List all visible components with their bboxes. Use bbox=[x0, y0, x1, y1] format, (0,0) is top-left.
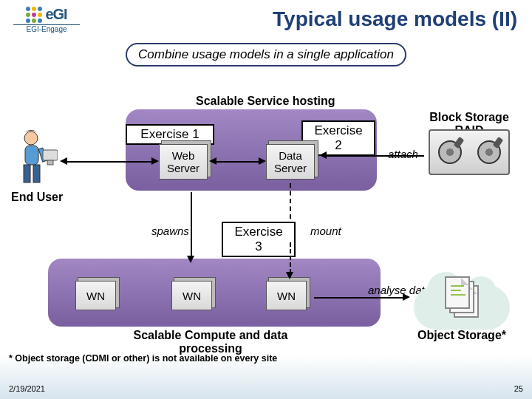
edge-mount-lower bbox=[290, 242, 291, 273]
edge-user-web bbox=[65, 161, 154, 163]
arrow-icon bbox=[319, 151, 327, 159]
svg-point-0 bbox=[24, 132, 38, 145]
disk-icon bbox=[477, 140, 501, 164]
arrow-icon bbox=[187, 256, 194, 263]
slide-date: 2/19/2021 bbox=[9, 384, 45, 393]
edge-label-spawns: spawns bbox=[151, 225, 189, 237]
arrow-icon bbox=[286, 272, 293, 279]
edge-spawns bbox=[191, 192, 192, 257]
arrow-icon bbox=[259, 157, 266, 165]
edge-label-mount: mount bbox=[310, 225, 341, 237]
arrow-icon bbox=[209, 157, 216, 165]
label-scalable-compute: Scalable Compute and data processing bbox=[107, 329, 314, 355]
edge-attach bbox=[325, 155, 424, 157]
data-server-node: Data Server bbox=[266, 144, 315, 180]
worker-node-3: WN bbox=[266, 281, 307, 310]
edge-label-attach: attach bbox=[388, 148, 418, 160]
page-title: Typical usage models (II) bbox=[96, 7, 517, 31]
label-scalable-hosting: Scalable Service hosting bbox=[196, 95, 335, 108]
exercise-3-tag: Exercise 3 bbox=[222, 222, 296, 257]
worker-node-2: WN bbox=[171, 281, 212, 310]
end-user-icon bbox=[16, 129, 58, 185]
raid-storage-icon bbox=[429, 129, 510, 175]
svg-rect-1 bbox=[25, 146, 38, 165]
svg-rect-6 bbox=[47, 160, 53, 165]
arrow-icon bbox=[60, 157, 67, 165]
object-storage-icon bbox=[408, 273, 519, 332]
logo-subtitle: EGI-Engage bbox=[13, 24, 80, 33]
footnote: * Object storage (CDMI or other) is not … bbox=[9, 353, 277, 364]
worker-node-1: WN bbox=[75, 281, 116, 310]
exercise-1-tag: Exercise 1 bbox=[126, 124, 214, 145]
logo: eGI EGI-Engage bbox=[13, 6, 80, 33]
svg-rect-3 bbox=[33, 165, 40, 183]
svg-rect-2 bbox=[24, 165, 30, 183]
edge-analyse bbox=[314, 297, 404, 299]
label-end-user: End User bbox=[11, 191, 63, 204]
banner-callout: Combine usage models in a single applica… bbox=[126, 43, 406, 66]
edge-web-data bbox=[214, 161, 260, 163]
logo-text: eGI bbox=[45, 6, 66, 23]
edge-mount-upper bbox=[290, 183, 291, 219]
web-server-node: Web Server bbox=[159, 144, 208, 180]
arrow-icon bbox=[151, 157, 159, 165]
page-number: 25 bbox=[514, 384, 523, 393]
svg-rect-5 bbox=[43, 150, 58, 160]
disk-icon bbox=[438, 140, 462, 164]
